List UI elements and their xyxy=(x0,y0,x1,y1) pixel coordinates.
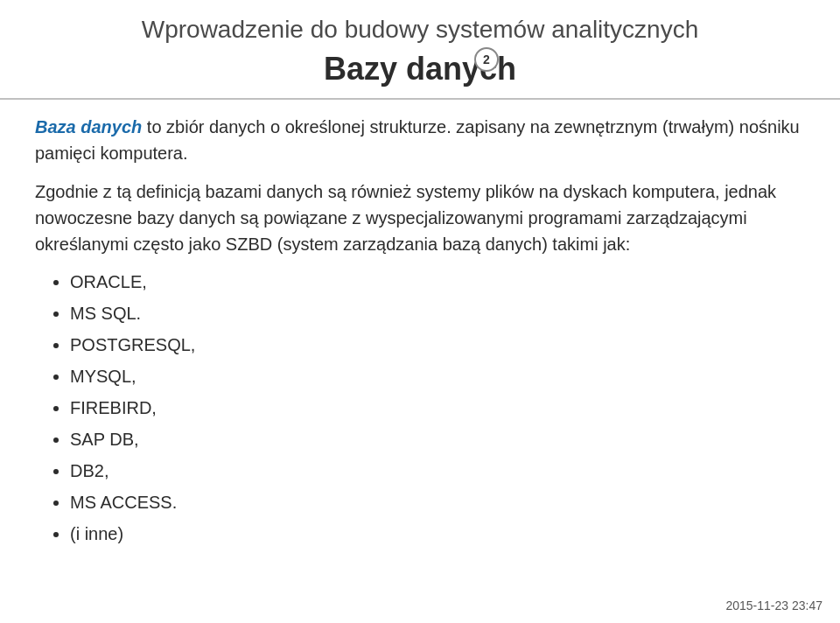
list-item: (i inne) xyxy=(70,518,805,550)
list-item: FIREBIRD, xyxy=(70,392,805,424)
highlight-term: Baza danych xyxy=(35,117,142,136)
bullet-list: ORACLE,MS SQL.POSTGRESQL,MYSQL,FIREBIRD,… xyxy=(70,266,805,550)
slide-container: Wprowadzenie do budowy systemów analityc… xyxy=(0,0,840,623)
list-item: ORACLE, xyxy=(70,266,805,298)
list-item: MYSQL, xyxy=(70,360,805,392)
intro-rest: to zbiór danych o określonej strukturze.… xyxy=(35,117,800,163)
intro-line: Baza danych to zbiór danych o określonej… xyxy=(35,114,805,166)
content-area: Baza danych to zbiór danych o określonej… xyxy=(0,114,840,623)
list-item: MS ACCESS. xyxy=(70,486,805,518)
main-paragraph: Zgodnie z tą definicją bazami danych są … xyxy=(35,178,805,257)
slide-number-badge: 2 xyxy=(474,47,499,72)
list-item: MS SQL. xyxy=(70,298,805,329)
list-item: DB2, xyxy=(70,455,805,486)
footer-timestamp: 2015-11-23 23:47 xyxy=(725,598,822,612)
subtitle-area: Bazy danych 2 xyxy=(0,51,840,94)
list-item: SAP DB, xyxy=(70,424,805,455)
list-item: POSTGRESQL, xyxy=(70,329,805,360)
divider xyxy=(0,98,840,100)
top-title: Wprowadzenie do budowy systemów analityc… xyxy=(0,0,840,51)
